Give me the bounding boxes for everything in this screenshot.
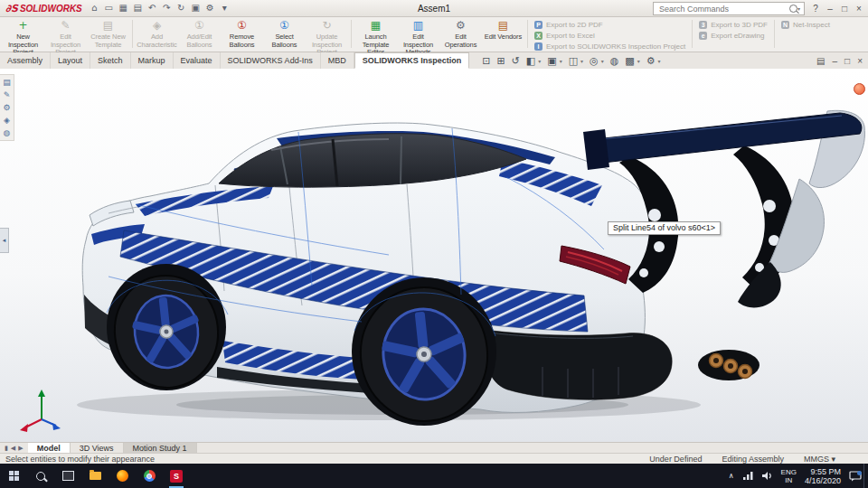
display-manager-icon[interactable]: ◍ (4, 128, 11, 137)
hidden-icons-chevron[interactable]: ∧ (729, 472, 734, 480)
update-inspection-project-button[interactable]: ↻ Update Inspection Project (306, 17, 348, 51)
document-title: Assem1 (271, 4, 597, 14)
close-button[interactable]: × (852, 4, 866, 14)
tab-sketch[interactable]: Sketch (90, 52, 131, 69)
add-edit-balloons-button[interactable]: ① Add/Edit Balloons (178, 17, 221, 51)
task-view-button[interactable] (54, 464, 81, 488)
network-icon[interactable] (742, 471, 753, 481)
tab-markup[interactable]: Markup (131, 52, 174, 69)
button-label: Edit Operations (439, 33, 482, 49)
tab-scroll-left-icon[interactable]: ◀ (11, 445, 15, 452)
home-icon[interactable]: ⌂ (88, 2, 101, 14)
save-icon[interactable]: ▦ (117, 2, 130, 14)
launch-template-editor-button[interactable]: ▦ Launch Template Editor (354, 17, 397, 51)
zoom-area-icon[interactable]: ⊞ (496, 53, 505, 69)
rebuild-icon[interactable]: ↻ (175, 2, 188, 14)
select-balloons-button[interactable]: ① Select Balloons (263, 17, 306, 51)
options-gear-icon[interactable]: ⚙ (203, 2, 217, 14)
taskbar-clock[interactable]: 9:55 PM 4/16/2020 (805, 467, 841, 485)
edit-inspection-methods-button[interactable]: ▥ Edit Inspection Methods (397, 17, 439, 51)
net-inspect-icon: N (781, 21, 789, 29)
redo-icon[interactable]: ↷ (160, 2, 174, 14)
search-input[interactable] (657, 4, 786, 14)
feature-tree-collapse-arrow[interactable]: ◂ (0, 228, 9, 253)
volume-icon[interactable] (761, 471, 773, 481)
tab-scroll-start-icon[interactable]: ▮ (5, 445, 8, 452)
chevron-down-icon[interactable]: ▾ (637, 58, 640, 64)
export-edrawing-button[interactable]: e Export eDrawing (699, 32, 768, 40)
solidworks-taskbar-button[interactable]: S (163, 464, 190, 488)
action-center-icon[interactable] (849, 471, 862, 482)
export-2d-pdf-button[interactable]: P Export to 2D PDF (534, 21, 685, 29)
minimize-button[interactable]: – (823, 4, 837, 14)
export-3d-pdf-button[interactable]: 3 Export to 3D PDF (699, 21, 768, 29)
tab-solidworks-inspection[interactable]: SOLIDWORKS Inspection (354, 52, 470, 69)
chevron-down-icon[interactable]: ▾ (538, 58, 541, 64)
graphics-viewport[interactable]: ▤ ✎ ⚙ ◈ ◍ ◂ Split Line54 of volvo s60<1> (0, 69, 868, 442)
task-pane-resources-icon[interactable] (854, 83, 865, 95)
button-label: Remove Balloons (221, 33, 263, 49)
apply-scene-icon[interactable]: ▩ (625, 53, 634, 69)
chevron-down-icon[interactable]: ▾ (580, 58, 583, 64)
add-characteristic-button[interactable]: ◈ Add Characteristic (136, 17, 178, 51)
chevron-down-icon[interactable]: ▾ (658, 58, 661, 64)
undo-icon[interactable]: ↶ (146, 2, 159, 14)
edit-vendors-button[interactable]: ▤ Edit Vendors (482, 17, 524, 51)
chrome-button[interactable] (136, 464, 163, 488)
taskbar-search-button[interactable] (27, 464, 54, 488)
view-settings-icon[interactable]: ⚙ (646, 53, 656, 69)
firefox-button[interactable] (108, 464, 136, 488)
search-icon[interactable] (789, 5, 797, 13)
tab-assembly[interactable]: Assembly (0, 52, 51, 69)
ribbon-separator (774, 20, 775, 48)
language-indicator[interactable]: ENG IN (781, 468, 797, 484)
tab-evaluate[interactable]: Evaluate (174, 52, 221, 69)
create-new-template-button[interactable]: ▤ Create New Template (87, 17, 129, 51)
task-pane-icon[interactable]: ▤ (816, 56, 825, 66)
tab-scroll-right-icon[interactable]: ▶ (18, 445, 23, 452)
feature-manager-icon[interactable]: ▤ (3, 78, 11, 87)
button-label: Net-Inspect (793, 21, 830, 29)
property-manager-icon[interactable]: ✎ (4, 90, 11, 99)
export-inspection-project-button[interactable]: I Export to SOLIDWORKS Inspection Projec… (534, 42, 685, 51)
doc-restore-button[interactable]: □ (844, 56, 850, 66)
tab-mbd[interactable]: MBD (321, 52, 354, 69)
file-explorer-button[interactable] (81, 464, 108, 488)
edit-appearance-icon[interactable]: ◍ (610, 53, 619, 69)
search-commands-box[interactable]: ▾ (653, 2, 805, 15)
net-inspect-button[interactable]: N Net-Inspect (781, 21, 830, 29)
tab-solidworks-add-ins[interactable]: SOLIDWORKS Add-Ins (221, 52, 321, 69)
rear-bumper-diffuser[interactable] (484, 330, 760, 399)
maximize-button[interactable]: □ (837, 4, 852, 14)
qat-dropdown-icon[interactable]: ▾ (218, 2, 231, 14)
new-inspection-project-button[interactable]: + New Inspection Project (2, 17, 44, 51)
status-right: Under Defined Editing Assembly MMGS ▾ (649, 455, 863, 464)
help-button[interactable]: ? (808, 4, 823, 14)
open-icon[interactable]: ▭ (102, 2, 116, 14)
remove-balloons-button[interactable]: ① Remove Balloons (221, 17, 263, 51)
doc-minimize-button[interactable]: – (833, 56, 838, 66)
search-dropdown-icon[interactable]: ▾ (797, 5, 800, 12)
selection-tooltip: Split Line54 of volvo s60<1> (608, 221, 721, 235)
doc-close-button[interactable]: × (857, 56, 863, 66)
zoom-fit-icon[interactable]: ⊡ (482, 53, 490, 69)
hide-show-items-icon[interactable]: ◎ (590, 53, 599, 69)
dimxpert-manager-icon[interactable]: ◈ (4, 116, 10, 125)
edit-inspection-project-button[interactable]: ✎ Edit Inspection Project (44, 17, 87, 51)
show-desktop-strip[interactable] (863, 464, 868, 488)
configuration-manager-icon[interactable]: ⚙ (3, 103, 10, 112)
print-icon[interactable]: ▤ (131, 2, 145, 14)
chevron-down-icon[interactable]: ▾ (601, 58, 604, 64)
car-model-3d-view[interactable] (0, 69, 868, 442)
start-button[interactable] (0, 464, 27, 488)
export-excel-button[interactable]: X Export to Excel (534, 32, 685, 40)
units-selector[interactable]: MMGS ▾ (804, 455, 835, 464)
section-view-icon[interactable]: ◧ (526, 53, 535, 69)
edit-operations-button[interactable]: ⚙ Edit Operations (439, 17, 482, 51)
view-orientation-icon[interactable]: ▣ (547, 53, 556, 69)
previous-view-icon[interactable]: ↺ (512, 53, 520, 69)
display-style-icon[interactable]: ◫ (569, 53, 578, 69)
tab-layout[interactable]: Layout (51, 52, 90, 69)
appearance-icon[interactable]: ▣ (189, 2, 203, 14)
chevron-down-icon[interactable]: ▾ (560, 58, 562, 64)
